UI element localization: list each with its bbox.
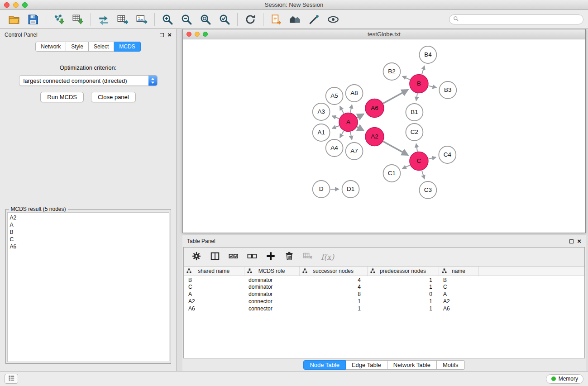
memory-button[interactable]: Memory — [546, 374, 583, 384]
graph-node-A6[interactable]: A6 — [365, 99, 384, 118]
panel-menu-button[interactable] — [5, 374, 18, 384]
result-item-A6[interactable]: A6 — [10, 243, 167, 250]
tab-edge-table[interactable]: Edge Table — [346, 360, 387, 370]
tab-motifs[interactable]: Motifs — [437, 360, 465, 370]
show-columns-button[interactable] — [210, 252, 220, 262]
edge-A6-B[interactable] — [383, 90, 408, 103]
graph-node-C1[interactable]: C1 — [383, 165, 401, 182]
result-item-A2[interactable]: A2 — [10, 214, 167, 221]
save-session-button[interactable] — [24, 11, 43, 28]
close-table-panel-icon[interactable]: × — [577, 238, 581, 244]
edge-A-A8[interactable] — [350, 105, 352, 113]
tab-network[interactable]: Network — [35, 42, 66, 52]
copy-view-button[interactable] — [267, 11, 286, 28]
edge-B-B4[interactable] — [422, 66, 425, 75]
graph-node-A[interactable]: A — [339, 113, 358, 132]
result-item-A[interactable]: A — [10, 221, 167, 229]
deselect-all-rows-button[interactable] — [247, 252, 258, 262]
edge-C-C1[interactable] — [402, 165, 410, 169]
edge-A-A4[interactable] — [340, 131, 344, 138]
edge-A-A3[interactable] — [332, 116, 339, 119]
graph-node-B[interactable]: B — [410, 75, 428, 93]
annotations-button[interactable] — [305, 11, 324, 28]
refresh-layout-button[interactable] — [241, 11, 260, 28]
tab-select[interactable]: Select — [89, 42, 114, 52]
table-row-A6[interactable]: A6connector11A6 — [184, 305, 584, 312]
graph-node-D[interactable]: D — [313, 181, 330, 198]
graph-node-B2[interactable]: B2 — [383, 63, 401, 80]
close-panel-button[interactable]: Close panel — [91, 92, 136, 102]
network-graph[interactable]: B4B2BB3A5A8A6A3B1AA1C2A2A4A7CC4C1C3DD1 — [183, 39, 585, 233]
graph-node-A4[interactable]: A4 — [326, 139, 343, 157]
zoom-network-window-button[interactable] — [203, 32, 208, 37]
graph-node-B1[interactable]: B1 — [406, 104, 423, 121]
search-input[interactable] — [461, 16, 579, 23]
network-window-titlebar[interactable]: testGlobe.txt — [183, 29, 585, 39]
zoom-selected-button[interactable] — [215, 11, 234, 28]
function-builder-button[interactable]: f(x) — [321, 252, 334, 262]
open-session-button[interactable] — [5, 11, 24, 28]
search-box[interactable] — [449, 14, 583, 24]
delete-table-button[interactable] — [302, 252, 313, 262]
edge-A-A5[interactable] — [340, 106, 344, 114]
graph-node-A5[interactable]: A5 — [326, 87, 343, 105]
graph-node-B3[interactable]: B3 — [439, 81, 456, 99]
mcds-result-list[interactable]: A2ABCA6 — [7, 212, 169, 362]
table-tools-button[interactable] — [113, 11, 132, 28]
minimize-window-button[interactable] — [13, 2, 19, 8]
edge-B-B1[interactable] — [416, 93, 417, 100]
table-row-A[interactable]: Adominator80A — [184, 291, 584, 298]
close-panel-icon[interactable]: × — [167, 32, 172, 38]
column-header-shared-name[interactable]: shared name — [184, 267, 244, 276]
edge-A-A7[interactable] — [350, 132, 352, 139]
show-graphics-details-button[interactable] — [324, 11, 343, 28]
graph-node-A7[interactable]: A7 — [346, 143, 363, 160]
graph-node-C4[interactable]: C4 — [439, 146, 456, 163]
edge-C-C3[interactable] — [422, 171, 425, 179]
import-network-from-file-button[interactable] — [49, 11, 68, 28]
delete-rows-button[interactable] — [284, 252, 295, 262]
column-header-predecessor-nodes[interactable]: predecessor nodes — [367, 267, 439, 276]
column-header-successor-nodes[interactable]: successor nodes — [299, 267, 367, 276]
close-network-window-button[interactable] — [186, 32, 191, 37]
result-item-B[interactable]: B — [10, 229, 167, 236]
export-image-button[interactable] — [132, 11, 151, 28]
graph-node-C2[interactable]: C2 — [406, 124, 423, 141]
tab-network-table[interactable]: Network Table — [387, 360, 437, 370]
column-header-name[interactable]: name — [439, 267, 478, 276]
zoom-window-button[interactable] — [22, 2, 28, 8]
first-neighbors-button[interactable] — [286, 11, 305, 28]
graph-node-C[interactable]: C — [410, 152, 428, 171]
add-row-button[interactable] — [265, 252, 276, 262]
edge-A-A1[interactable] — [332, 126, 339, 129]
graph-node-D1[interactable]: D1 — [342, 181, 359, 198]
edge-C-C2[interactable] — [416, 144, 417, 152]
table-row-A2[interactable]: A2connector11A2 — [184, 298, 584, 305]
table-settings-button[interactable] — [191, 252, 202, 262]
edge-C-C4[interactable] — [428, 157, 436, 159]
table-row-B[interactable]: Bdominator41B — [184, 276, 584, 283]
graph-node-A3[interactable]: A3 — [313, 103, 330, 120]
graph-node-A2[interactable]: A2 — [365, 128, 384, 146]
run-mcds-button[interactable]: Run MCDS — [40, 92, 84, 102]
graph-node-A1[interactable]: A1 — [313, 124, 330, 141]
result-item-C[interactable]: C — [10, 236, 167, 243]
tab-mcds[interactable]: MCDS — [114, 42, 140, 52]
zoom-in-button[interactable] — [158, 11, 177, 28]
edge-A2-C[interactable] — [383, 141, 408, 155]
import-table-from-file-button[interactable] — [68, 11, 87, 28]
column-header-mcds-role[interactable]: MCDS role — [244, 267, 299, 276]
table-row-C[interactable]: Cdominator41C — [184, 283, 584, 291]
zoom-out-button[interactable] — [177, 11, 196, 28]
float-table-panel-icon[interactable] — [569, 239, 574, 243]
graph-node-C3[interactable]: C3 — [419, 181, 436, 199]
graph-node-B4[interactable]: B4 — [419, 46, 436, 63]
zoom-fit-button[interactable] — [196, 11, 215, 28]
graph-node-A8[interactable]: A8 — [346, 85, 363, 102]
close-window-button[interactable] — [4, 2, 10, 8]
tab-node-table[interactable]: Node Table — [303, 360, 346, 370]
edge-B-B2[interactable] — [402, 76, 410, 80]
network-canvas[interactable]: B4B2BB3A5A8A6A3B1AA1C2A2A4A7CC4C1C3DD1 — [183, 39, 585, 233]
optimization-criterion-select[interactable]: largest connected component (directed) — [19, 75, 158, 86]
edge-A-A2[interactable] — [357, 127, 363, 130]
